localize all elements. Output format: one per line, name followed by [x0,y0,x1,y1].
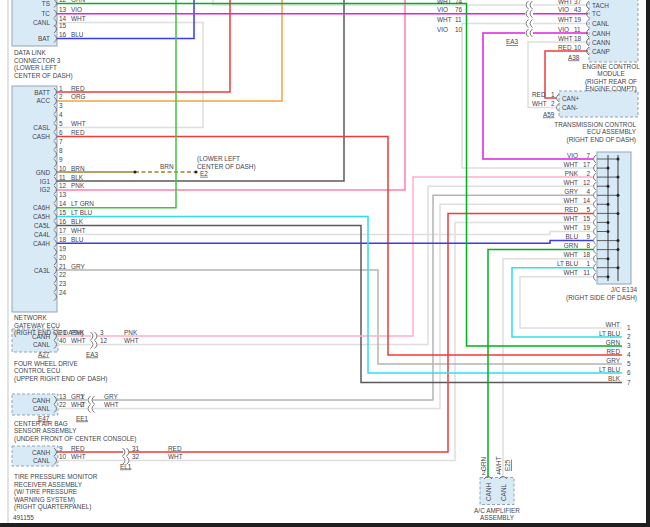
junction-dot [607,221,610,224]
pin-number: 8 [59,147,63,154]
pin-number: 22 [59,271,67,278]
wire-color: BLK [608,375,621,382]
pin-number: 19 [574,16,582,23]
pin-number: 14 [59,200,67,207]
pin-number: 18 [574,35,582,42]
junction-dot [607,230,610,233]
engine-control-module-label: MODULE [597,70,624,77]
pin-name: CA6H [33,204,50,211]
wire-color: WHT [104,401,119,408]
pin-number: 10 [455,26,463,33]
pin-number: 2 [586,170,590,177]
pin-number: 13 [59,6,67,13]
pin-number: 22 [59,401,67,408]
pin-number: 7 [586,152,590,159]
page-number: 491155 [13,514,34,521]
center-air-bag-sensor-label: (UNDER FRONT OF CENTER CONSOLE) [14,435,136,443]
wire-color: GRN [606,339,621,346]
pin-number: 13 [59,393,67,400]
wire-color: VIO [558,6,569,13]
data-link-connector-3-label: CONNECTOR 3 [14,57,61,64]
pin-name: CANH [592,30,610,37]
wire-color: LT BLU [599,330,620,337]
pin-name: BAT [38,35,50,42]
pin-number: 6 [627,369,631,376]
pin-name: GND [36,169,51,176]
page-background [0,0,650,527]
pin-number: 32 [132,453,140,460]
wire-color: WHT [495,456,502,471]
engine-control-module-label: ENGINE COMPT) [585,85,636,93]
pin-number: 4 [586,188,590,195]
pin-name: CA5L [34,222,50,229]
pin-name: CAN- [562,104,578,111]
pin-number: 9 [59,156,63,163]
pin-name: ACC [37,97,51,104]
pin-number: 12 [583,179,591,186]
junction-dot [617,266,620,269]
pin-number: 40 [59,337,67,344]
wire-color: LT GRN [71,200,94,207]
pin-number: 12 [59,0,67,3]
connector-id: EE1 [76,415,89,422]
pin-number: 3 [59,102,63,109]
page-left-border [8,0,9,523]
tire-pressure-monitor-receiver-label: TIRE PRESSURE MONITOR [14,473,98,480]
wire-color: WHT [71,453,86,460]
wire-color: WHT [563,161,578,168]
wire-color: LT BLU [557,260,578,267]
pin-number: 18 [59,236,67,243]
pin-number: 3 [100,329,104,336]
pin-number: 13 [59,191,67,198]
wire-color: WHT [71,227,86,234]
page-bottom-edge [0,523,650,527]
pin-name: CASH [32,133,50,140]
connector-id: EL1 [120,463,132,470]
wire-color: WHT [558,16,573,23]
pin-name: CANL [592,20,609,27]
wire-color: VIO [558,26,569,33]
pin-name: CANL [33,405,50,412]
junction-dot [617,158,620,161]
wire-color: RED [71,445,85,452]
pin-number: 21 [59,263,67,270]
wire-color: GRN [71,0,86,3]
wire-color: WHT [437,16,452,23]
wire-color: RED [71,129,85,136]
pin-number: 8 [586,242,590,249]
pin-name: TACH [592,2,609,9]
wire-color: GRN [564,242,579,249]
data-link-connector-3-label: DATA LINK [14,49,46,56]
wire-color: WHT [563,224,578,231]
pin-number: 19 [59,245,67,252]
wire-color: WHT [563,215,578,222]
junction-dot [617,194,620,197]
pin-name: CANH [32,449,50,456]
network-gateway-ecu-label: GATEWAY ECU [14,322,60,329]
pin-name: CA3L [34,267,50,274]
pin-number: 2 [80,401,84,408]
junction-dot [617,176,620,179]
pin-number: 16 [59,218,67,225]
block-label: A/C AMPLIFIER [474,507,520,514]
pin-name: CANL [33,19,50,26]
pin-number: 15 [59,22,67,29]
wire-color: WHT [168,453,183,460]
pin-name: IG1 [40,178,51,185]
pin-number: 24 [59,289,67,296]
wire-color: RED [168,445,182,452]
pin-number: 5 [586,206,590,213]
pin-number: 9 [586,233,590,240]
four-wheel-drive-control-ecu-label: (UPPER RIGHT END OF DASH) [14,375,107,383]
splice-id: E2 [200,170,208,177]
wire-color: PNK [124,329,138,336]
junction-dot [134,171,137,174]
connector-id: E47 [38,415,50,422]
pin-number: 2 [627,333,631,340]
wire-color: RED [607,348,621,355]
wire-color: RED [558,44,572,51]
pin-name: TC [592,10,601,17]
junction-dot [617,239,620,242]
wire-color: GRY [104,393,118,400]
wire-color: WHT [558,35,573,42]
